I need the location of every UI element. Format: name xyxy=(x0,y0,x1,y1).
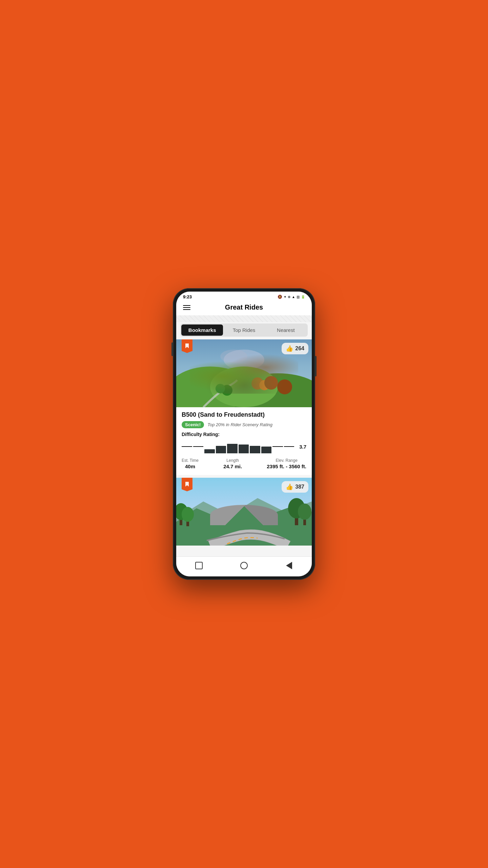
tab-bar: Bookmarks Top Rides Nearest xyxy=(180,323,308,337)
stat-value-length: 24.7 mi. xyxy=(223,463,242,469)
stat-label-time: Est. Time xyxy=(182,458,199,463)
card-info: B500 (Sand to Freudenstadt) Scenic! Top … xyxy=(176,407,312,475)
svg-point-2 xyxy=(220,350,247,363)
thumbs-up-icon-2: 👍 xyxy=(286,483,293,491)
diff-line xyxy=(272,446,283,447)
bell-mute-icon: 🔕 xyxy=(278,295,282,299)
bookmark-svg xyxy=(184,343,190,349)
card-title: B500 (Sand to Freudenstadt) xyxy=(182,411,306,418)
bookmark-icon[interactable] xyxy=(182,339,192,353)
card-image-container-2: 👍 387 xyxy=(176,478,312,546)
diff-line xyxy=(182,446,192,447)
menu-line-2 xyxy=(183,307,190,308)
diff-line xyxy=(284,446,294,447)
status-time: 9:23 xyxy=(183,294,192,299)
stat-value-elev: 2395 ft. - 3560 ft. xyxy=(267,463,306,469)
nav-bar xyxy=(176,556,312,576)
phone-frame: 9:23 🔕 ✦ ⊕ ▲ ▥ 🔋 Great Rides Book xyxy=(173,288,315,580)
stat-label-elev: Elev. Range xyxy=(267,458,306,463)
nav-back-button[interactable] xyxy=(283,559,295,572)
menu-line-3 xyxy=(183,309,190,310)
thumbs-up-icon: 👍 xyxy=(286,345,293,352)
stat-label-length: Length xyxy=(223,458,242,463)
stat-est-time: Est. Time 40m xyxy=(182,458,199,470)
scenic-badge: Scenic! xyxy=(182,421,204,428)
menu-button[interactable] xyxy=(182,304,192,311)
bluetooth-icon: ✦ xyxy=(284,295,286,299)
difficulty-label: Difficulty Rating: xyxy=(182,432,306,437)
page-title: Great Rides xyxy=(192,303,296,311)
diff-bar xyxy=(239,445,249,453)
svg-point-10 xyxy=(222,385,232,396)
diff-bar xyxy=(261,447,272,453)
svg-marker-12 xyxy=(185,343,189,348)
signal-icon: ▥ xyxy=(297,295,300,299)
rides-list: 👍 264 B500 (Sand to Freudenstadt) Scenic… xyxy=(176,339,312,556)
scenic-text: Top 20% in Rider Scenery Rating xyxy=(207,422,272,427)
svg-point-19 xyxy=(182,507,194,522)
battery-icon: 🔋 xyxy=(301,295,305,299)
svg-point-7 xyxy=(259,380,269,390)
map-background xyxy=(176,315,312,322)
ride-card[interactable]: 👍 264 B500 (Sand to Freudenstadt) Scenic… xyxy=(176,339,312,475)
stat-length: Length 24.7 mi. xyxy=(223,458,242,470)
like-badge[interactable]: 👍 264 xyxy=(282,343,308,354)
scenic-row: Scenic! Top 20% in Rider Scenery Rating xyxy=(182,421,306,428)
stat-value-time: 40m xyxy=(185,463,195,469)
svg-marker-24 xyxy=(185,482,189,487)
like-count-2: 387 xyxy=(295,484,304,490)
square-icon xyxy=(195,562,203,569)
wifi-icon: ▲ xyxy=(292,295,295,299)
status-icons: 🔕 ✦ ⊕ ▲ ▥ 🔋 xyxy=(278,295,305,299)
diff-bar xyxy=(216,446,226,453)
diff-bar xyxy=(204,449,215,453)
diff-bar xyxy=(227,444,238,453)
stats-row: Est. Time 40m Length 24.7 mi. Elev. Rang… xyxy=(182,458,306,470)
svg-point-5 xyxy=(210,367,278,407)
menu-line-1 xyxy=(183,305,190,306)
back-icon xyxy=(286,562,292,569)
nav-home-button[interactable] xyxy=(238,559,250,572)
svg-point-1 xyxy=(224,350,264,370)
svg-point-8 xyxy=(264,376,278,390)
tab-bookmarks[interactable]: Bookmarks xyxy=(181,324,223,336)
home-icon xyxy=(240,562,248,569)
like-count: 264 xyxy=(295,346,304,352)
diff-line xyxy=(193,446,204,447)
card-image-container: 👍 264 xyxy=(176,339,312,407)
bookmark-icon-2[interactable] xyxy=(182,478,192,491)
svg-point-9 xyxy=(277,379,292,394)
phone-screen: 9:23 🔕 ✦ ⊕ ▲ ▥ 🔋 Great Rides Book xyxy=(176,292,312,576)
like-badge-2[interactable]: 👍 387 xyxy=(282,481,308,493)
difficulty-chart xyxy=(182,440,294,453)
svg-point-6 xyxy=(251,377,264,390)
tab-nearest[interactable]: Nearest xyxy=(265,324,307,336)
status-bar: 9:23 🔕 ✦ ⊕ ▲ ▥ 🔋 xyxy=(176,292,312,301)
difficulty-score: 3.7 xyxy=(299,444,306,449)
stat-elev: Elev. Range 2395 ft. - 3560 ft. xyxy=(267,458,306,470)
bookmark-svg-2 xyxy=(184,482,190,487)
svg-point-11 xyxy=(216,384,225,393)
header: Great Rides xyxy=(176,301,312,315)
svg-point-23 xyxy=(298,504,311,520)
diff-bar xyxy=(250,446,260,453)
nav-recent-button[interactable] xyxy=(193,559,205,572)
difficulty-chart-wrapper: 3.7 xyxy=(182,440,306,453)
ride-card[interactable]: 👍 387 xyxy=(176,478,312,546)
tab-top-rides[interactable]: Top Rides xyxy=(223,324,265,336)
location-icon: ⊕ xyxy=(288,295,290,299)
